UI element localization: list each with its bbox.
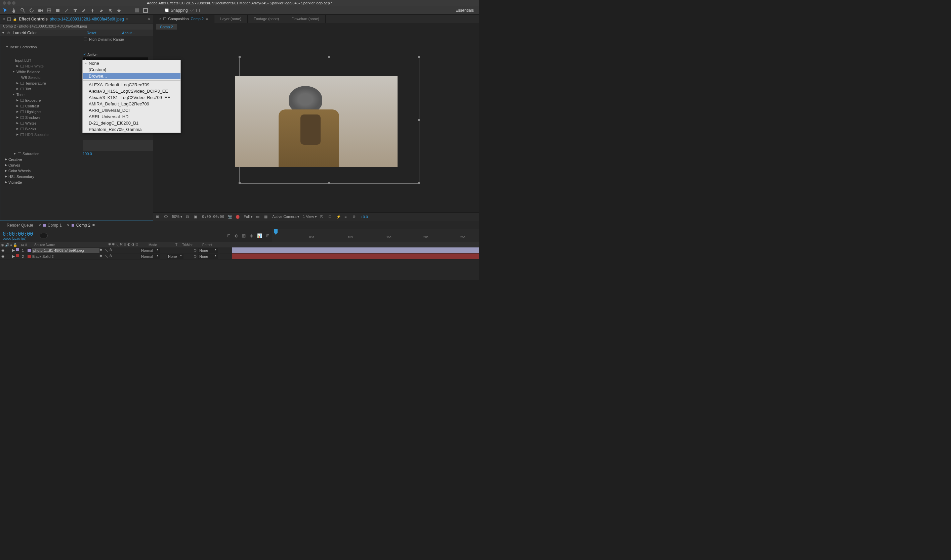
channel-icon[interactable]: ⬤ xyxy=(236,215,240,219)
svg-point-0 xyxy=(21,8,23,11)
lut-menu-custom[interactable]: [Custom] xyxy=(83,66,181,73)
workspace-selector[interactable]: Essentials xyxy=(452,8,477,13)
svg-rect-3 xyxy=(56,9,59,12)
eraser-tool-icon[interactable] xyxy=(99,8,104,13)
lut-menu-none[interactable]: ●None xyxy=(83,60,181,66)
hsl-secondary-section[interactable]: ▶HSL Secondary xyxy=(0,174,153,179)
about-link[interactable]: About... xyxy=(122,31,135,35)
max-dot[interactable] xyxy=(12,2,15,5)
pixel-icon[interactable]: ⊡ xyxy=(328,215,333,219)
svg-rect-1 xyxy=(38,9,41,12)
saturation-row[interactable]: ▶Saturation100.0 xyxy=(0,151,153,157)
tool-toolbar: Snapping Essentials xyxy=(0,6,479,15)
motion-blur-icon[interactable]: ◉ xyxy=(250,233,253,238)
tab-overflow-icon[interactable]: » xyxy=(148,17,150,22)
playhead[interactable] xyxy=(274,229,278,235)
lut-menu-item[interactable]: ALEXA_Default_LogC2Rec709 xyxy=(83,82,181,88)
share-icon[interactable]: ⇱ xyxy=(320,215,325,219)
clone-tool-icon[interactable] xyxy=(90,8,96,13)
layer-row[interactable]: ◉ ▶1photo-1...81-48f03fa45e9f.jpeg✱ ＼fxN… xyxy=(0,248,479,254)
comp2-tab[interactable]: × Comp 2 ≡ xyxy=(67,223,95,228)
zoom-tool-icon[interactable] xyxy=(20,8,26,13)
snapping-label: Snapping xyxy=(171,8,188,13)
layer-row[interactable]: ◉ ▶2Black Solid 2✱ ＼fxNormal▼None▼⊙None▼ xyxy=(0,254,479,260)
brush-tool-icon[interactable] xyxy=(81,8,87,13)
timeline-timecode[interactable]: 0;00;00;00 xyxy=(3,231,33,237)
selection-tool-icon[interactable] xyxy=(3,8,8,13)
render-queue-tab[interactable]: Render Queue xyxy=(7,223,33,228)
lut-menu-item[interactable]: Phantom_Rec709_Gamma xyxy=(83,126,181,132)
flowchart-tab[interactable]: Flowchart (none) xyxy=(285,15,326,23)
layer-tab[interactable]: Layer (none) xyxy=(215,15,248,23)
snapshot-icon[interactable]: 📷 xyxy=(227,215,232,219)
puppet-tool-icon[interactable] xyxy=(116,8,122,13)
zoom-dropdown[interactable]: 50% ▾ xyxy=(172,215,182,219)
transparency-icon[interactable]: ▦ xyxy=(264,215,269,219)
vignette-section[interactable]: ▶Vignette xyxy=(0,179,153,185)
time-ruler[interactable]: 05s 10s 15s 20s 25s xyxy=(272,229,479,242)
close-dot[interactable] xyxy=(3,2,6,5)
region-icon[interactable]: ▭ xyxy=(256,215,261,219)
flowchart-icon[interactable]: ⊕ xyxy=(352,215,357,219)
exposure-value[interactable]: +0.0 xyxy=(361,215,368,219)
hdr-checkbox[interactable] xyxy=(84,38,87,41)
saturation-value[interactable]: 100.0 xyxy=(83,152,92,156)
shape-tool-icon[interactable] xyxy=(55,8,60,13)
snapping-checkbox[interactable] xyxy=(165,8,169,12)
timeline-icon[interactable]: ≡ xyxy=(344,215,349,219)
roto-tool-icon[interactable] xyxy=(108,8,113,13)
lut-menu-item[interactable]: AlexaV3_K1S1_LogC2Video_DCIP3_EE xyxy=(83,88,181,94)
brainstorm-icon[interactable]: ⊞ xyxy=(266,233,270,238)
lut-menu-item[interactable]: D-21_delogC_EI0200_B1 xyxy=(83,120,181,126)
min-dot[interactable] xyxy=(8,2,11,5)
lut-menu-item[interactable]: ARRI_Universal_DCI xyxy=(83,107,181,114)
graph-editor-icon[interactable]: 📊 xyxy=(257,233,262,238)
snapping-toggle[interactable]: Snapping xyxy=(165,8,200,13)
camera-dropdown[interactable]: Active Camera ▾ xyxy=(272,215,300,219)
safe-zones-icon[interactable]: ⊡ xyxy=(186,215,190,219)
mask-icon[interactable]: ▣ xyxy=(194,215,199,219)
panel-icon xyxy=(8,17,11,21)
timeline-panel: Render Queue × Comp 1 × Comp 2 ≡ 0;00;00… xyxy=(0,221,479,280)
lock-icon[interactable]: 🔒 xyxy=(13,17,17,21)
composition-tab[interactable]: × Composition Comp 2 ≡ xyxy=(153,15,215,23)
lut-menu-item[interactable]: AlexaV3_K1S1_LogC2Video_Rec709_EE xyxy=(83,94,181,101)
monitor-icon[interactable]: 🖵 xyxy=(164,215,169,219)
effect-header[interactable]: ▼fx Lumetri Color Reset About... xyxy=(0,29,153,36)
svg-rect-5 xyxy=(144,8,148,12)
reset-link[interactable]: Reset xyxy=(87,31,96,35)
draft3d-icon[interactable]: ◐ xyxy=(235,233,238,238)
rotate-tool-icon[interactable] xyxy=(29,8,34,13)
fill-icon[interactable] xyxy=(134,8,139,13)
panel-file: photo-1421809313281-48f03fa45e9f.jpeg xyxy=(50,17,124,22)
stroke-icon[interactable] xyxy=(143,8,148,13)
pan-behind-icon[interactable] xyxy=(46,8,52,13)
curves-section[interactable]: ▶Curves xyxy=(0,162,153,168)
lut-menu[interactable]: ●None [Custom] Browse... ALEXA_Default_L… xyxy=(82,60,181,133)
views-dropdown[interactable]: 1 View ▾ xyxy=(303,215,317,219)
pen-tool-icon[interactable] xyxy=(64,8,69,13)
resolution-dropdown[interactable]: Full ▾ xyxy=(244,215,253,219)
viewer[interactable] xyxy=(153,31,479,212)
footage-tab[interactable]: Footage (none) xyxy=(248,15,285,23)
camera-tool-icon[interactable] xyxy=(38,8,43,13)
fast-icon[interactable]: ⚡ xyxy=(337,215,341,219)
lut-menu-item[interactable]: ARRI_Universal_HD xyxy=(83,114,181,120)
basic-correction-section[interactable]: ▼Basic Correction xyxy=(0,44,153,50)
effect-name: Lumetri Color xyxy=(13,31,37,35)
lut-menu-browse[interactable]: Browse... xyxy=(83,73,181,79)
comp-mini-icon[interactable]: ⊡ xyxy=(227,233,230,238)
timeline-search[interactable] xyxy=(40,233,48,238)
creative-section[interactable]: ▶Creative xyxy=(0,157,153,162)
text-tool-icon[interactable] xyxy=(73,8,78,13)
comp1-tab[interactable]: × Comp 1 xyxy=(39,223,62,228)
comp-subtab[interactable]: Comp 2 xyxy=(153,23,479,31)
color-wheels-section[interactable]: ▶Color Wheels xyxy=(0,168,153,174)
close-tab-icon[interactable]: × xyxy=(3,17,5,22)
grid-icon[interactable]: ⊞ xyxy=(156,215,161,219)
frame-blend-icon[interactable]: ▦ xyxy=(242,233,245,238)
timecode[interactable]: 0;00;00;00 xyxy=(202,215,224,219)
lut-menu-item[interactable]: AMIRA_Default_LogC2Rec709 xyxy=(83,101,181,107)
hdr-label: High Dynamic Range xyxy=(89,37,124,41)
hand-tool-icon[interactable] xyxy=(11,8,17,13)
